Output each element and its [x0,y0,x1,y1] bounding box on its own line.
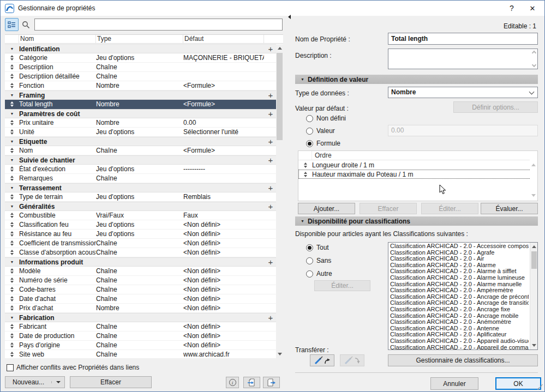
property-row[interactable]: Classe d'absorption acoustiqueChaîne<Non… [5,248,276,257]
value-definition-section-header[interactable]: ▼ Définition de valeur [295,75,538,84]
reorder-up-down-icon[interactable] [5,129,19,135]
classification-item[interactable]: Classification ARCHICAD - 2.0 - Alarme l… [390,275,529,281]
add-property-icon[interactable]: + [265,155,276,165]
add-property-icon[interactable]: + [265,137,276,146]
property-row[interactable]: Prix unitaireNombre0.00 [5,118,276,128]
value-input[interactable]: 0.00 [388,125,538,136]
evaluate-formula-button[interactable]: Évaluer... [481,203,538,214]
reorder-up-down-icon[interactable] [5,83,19,88]
reorder-up-down-icon[interactable] [5,222,19,227]
property-name-input[interactable]: Total length [388,33,538,45]
classification-item[interactable]: Classification ARCHICAD - 2.0 - Anémomèt… [390,319,529,325]
default-value-radio[interactable]: Valeur [306,127,335,135]
property-row[interactable]: Classification feuJeu d'options<Non défi… [5,220,276,230]
property-row[interactable]: CatégorieJeu d'optionsMAÇONNERIE - BRIQU… [5,53,276,63]
reorder-up-down-icon[interactable] [5,333,19,339]
reorder-up-down-icon[interactable] [5,231,19,237]
classification-radio[interactable]: Tout [306,244,329,251]
classification-item[interactable]: Classification ARCHICAD - 2.0 - Accessoi… [390,243,529,250]
add-property-icon[interactable]: + [265,109,276,118]
info-button[interactable]: i [226,377,239,388]
reorder-up-down-icon[interactable] [5,194,19,200]
reorder-up-down-icon[interactable] [5,213,19,218]
scroll-up-icon[interactable] [530,243,537,251]
classification-radio[interactable]: Sans [306,257,331,264]
tree-view-toggle-button[interactable] [5,18,19,31]
property-row[interactable]: Site webChaînewww.archicad.fr [5,350,276,358]
classification-item[interactable]: Classification ARCHICAD - 2.0 - Ancrage … [390,294,529,300]
new-split-button[interactable]: Nouveau... [5,376,65,388]
reorder-up-down-icon[interactable] [5,342,19,348]
delete-button[interactable]: Effacer [70,376,152,388]
add-formula-button[interactable]: Ajouter... [298,203,355,214]
collapse-caret-icon[interactable]: ▼ [5,93,19,97]
import-button[interactable] [243,377,260,388]
classification-section-header[interactable]: ▼ Disponibilité pour classifications [295,216,538,226]
add-property-icon[interactable]: + [265,257,276,267]
reorder-up-down-icon[interactable] [5,278,19,283]
conflicts-checkbox-row[interactable]: Afficher conflits avec Propriétés dans l… [7,364,139,371]
export-button[interactable] [263,377,280,388]
property-row[interactable]: Numéro de sérieChaîne<Non défini> [5,276,276,285]
classification-item[interactable]: Classification ARCHICAD - 2.0 - Agrafe [390,250,529,256]
reorder-up-down-icon[interactable] [5,305,19,311]
close-button[interactable]: ✕ [522,1,543,16]
reorder-up-down-icon[interactable] [5,240,19,246]
classification-edit-button[interactable]: Éditer... [314,280,370,291]
column-header-nom[interactable]: Nom [19,35,96,43]
cancel-button[interactable]: Annuler [430,377,478,390]
default-value-radio[interactable]: Formule [306,140,340,147]
classification-item[interactable]: Classification ARCHICAD - 2.0 - Air [390,256,529,262]
property-row[interactable]: Coefficient de transmission the...Chaîne… [5,239,276,248]
resize-grip-icon[interactable] [537,384,543,390]
column-header-type[interactable]: Type [96,35,183,43]
classification-list[interactable]: Classification ARCHICAD - 2.0 - Accessoi… [388,242,538,350]
collapse-caret-icon[interactable]: ▼ [5,140,19,143]
collapse-caret-icon[interactable]: ▼ [5,158,19,162]
property-row[interactable]: NomChaîne<Formule> [5,146,276,155]
property-row[interactable]: Pays d'origineChaîne<Non défini> [5,341,276,350]
reorder-up-down-icon[interactable] [5,287,19,292]
group-row[interactable]: ▼Paramètres de coût+ [5,109,276,118]
scroll-down-icon[interactable] [530,341,537,349]
classification-item[interactable]: Classification ARCHICAD - 2.0 - Alarme à… [390,268,529,275]
reorder-up-down-icon[interactable] [5,74,19,79]
property-row[interactable]: Résistance au feuJeu d'options<Non défin… [5,230,276,239]
reorder-up-down-icon[interactable] [298,162,312,168]
classification-item[interactable]: Classification ARCHICAD - 2.0 - Ancrage … [390,306,529,313]
property-row[interactable]: CombustibleVrai/FauxFaux [5,211,276,220]
property-row[interactable]: Descriptiion détailléeChaîne [5,72,276,81]
scrollbar-thumb[interactable] [531,251,537,269]
search-button[interactable] [19,18,33,31]
help-button[interactable]: ? [501,1,523,16]
reorder-up-down-icon[interactable] [5,101,19,107]
reorder-up-down-icon[interactable] [5,296,19,301]
classification-item[interactable]: Classification ARCHICAD - 2.0 - Ampèremè… [390,287,529,294]
reorder-up-down-icon[interactable] [5,166,19,172]
define-options-button[interactable]: Définir options... [453,101,538,113]
property-row[interactable]: FonctionNombre<Formule> [5,81,276,91]
reorder-up-down-icon[interactable] [5,250,19,255]
add-property-icon[interactable]: + [265,91,276,100]
reorder-up-down-icon[interactable] [298,172,312,177]
group-row[interactable]: ▼Etiquette+ [5,137,276,146]
property-row[interactable]: Total lengthNombre<Formule> [5,100,276,109]
group-row[interactable]: ▼Framing+ [5,91,276,100]
reorder-up-down-icon[interactable] [5,148,19,153]
scroll-down-icon[interactable] [530,191,537,200]
default-value-radio[interactable]: Non défini [306,114,346,122]
reorder-up-down-icon[interactable] [5,120,19,125]
add-property-icon[interactable]: + [265,202,276,211]
property-row[interactable]: Code-barresChaîne<Non défini> [5,285,276,294]
property-row[interactable]: RemarquesChaîne [5,174,276,183]
classification-radio[interactable]: Autre [306,270,332,278]
property-row[interactable]: FabricantChaîne<Non défini> [5,322,276,331]
group-row[interactable]: ▼Généralités+ [5,202,276,211]
reorder-up-down-icon[interactable] [5,268,19,274]
scroll-up-icon[interactable] [532,51,536,55]
formula-scrollbar[interactable] [530,151,537,201]
scroll-up-icon[interactable] [530,161,537,169]
add-property-icon[interactable]: + [265,44,276,53]
classification-manager-button[interactable]: Gestionnaire de classifications... [388,354,538,366]
group-row[interactable]: ▼Identification+ [5,44,276,53]
